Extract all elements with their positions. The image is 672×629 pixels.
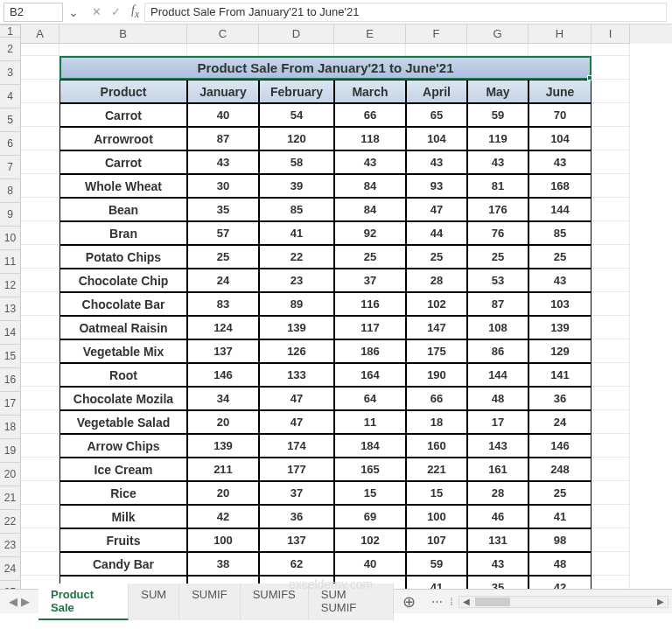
cell-empty[interactable] bbox=[21, 103, 60, 127]
data-cell[interactable]: 40 bbox=[334, 552, 406, 576]
row-header-19[interactable]: 19 bbox=[0, 439, 21, 463]
cell-empty[interactable] bbox=[21, 528, 60, 552]
data-cell[interactable]: 30 bbox=[187, 174, 259, 198]
data-cell[interactable]: 25 bbox=[528, 245, 592, 269]
data-cell[interactable]: Vegetable Mix bbox=[60, 339, 187, 363]
data-cell[interactable]: Potato Chips bbox=[60, 245, 187, 269]
data-cell[interactable]: 43 bbox=[187, 150, 259, 174]
data-cell[interactable]: Ice Cream bbox=[60, 458, 187, 481]
row-header-15[interactable]: 15 bbox=[0, 345, 21, 368]
formula-bar[interactable]: Product Sale From January'21 to June'21 bbox=[144, 3, 667, 22]
data-cell[interactable]: 25 bbox=[528, 481, 592, 505]
data-cell[interactable]: 38 bbox=[187, 552, 259, 576]
sheet-tab-product-sale[interactable]: Product Sale bbox=[38, 584, 129, 620]
row-header-10[interactable]: 10 bbox=[0, 227, 21, 250]
data-cell[interactable]: 87 bbox=[467, 292, 528, 316]
header-may[interactable]: May bbox=[467, 80, 528, 103]
data-cell[interactable]: 25 bbox=[334, 245, 406, 269]
cell-empty[interactable] bbox=[592, 576, 630, 589]
cell-empty[interactable] bbox=[592, 387, 630, 410]
data-cell[interactable]: 92 bbox=[334, 221, 406, 245]
cell-empty[interactable] bbox=[467, 44, 528, 56]
data-cell[interactable]: 43 bbox=[467, 150, 528, 174]
data-cell[interactable]: 119 bbox=[467, 127, 528, 150]
cell-empty[interactable] bbox=[21, 458, 60, 481]
cell-empty[interactable] bbox=[592, 56, 630, 80]
data-cell[interactable]: 104 bbox=[528, 127, 592, 150]
data-cell[interactable]: 47 bbox=[259, 410, 334, 434]
cell-empty[interactable] bbox=[592, 221, 630, 245]
cancel-formula-icon[interactable]: ✕ bbox=[89, 5, 103, 18]
row-header-4[interactable]: 4 bbox=[0, 85, 21, 108]
data-cell[interactable]: 42 bbox=[528, 576, 592, 589]
cell-empty[interactable] bbox=[21, 363, 60, 387]
cell-empty[interactable] bbox=[21, 292, 60, 316]
data-cell[interactable]: 85 bbox=[259, 198, 334, 221]
header-january[interactable]: January bbox=[187, 80, 259, 103]
row-header-17[interactable]: 17 bbox=[0, 392, 21, 416]
data-cell[interactable]: 85 bbox=[528, 221, 592, 245]
data-cell[interactable]: 22 bbox=[259, 245, 334, 269]
row-header-12[interactable]: 12 bbox=[0, 274, 21, 297]
data-cell[interactable]: Milk bbox=[60, 505, 187, 528]
sheet-tab-sum[interactable]: SUM bbox=[129, 584, 179, 620]
header-march[interactable]: March bbox=[334, 80, 406, 103]
data-cell[interactable]: 41 bbox=[259, 221, 334, 245]
row-header-6[interactable]: 6 bbox=[0, 132, 21, 156]
tab-nav-prev-icon[interactable]: ◀ bbox=[9, 595, 18, 608]
column-header-A[interactable]: A bbox=[21, 24, 60, 44]
data-cell[interactable]: 161 bbox=[467, 458, 528, 481]
row-header-22[interactable]: 22 bbox=[0, 510, 21, 534]
data-cell[interactable]: 59 bbox=[467, 103, 528, 127]
table-title[interactable]: Product Sale From January'21 to June'21 bbox=[60, 56, 592, 80]
data-cell[interactable]: 144 bbox=[467, 363, 528, 387]
cell-empty[interactable] bbox=[21, 56, 60, 80]
data-cell[interactable]: 165 bbox=[334, 458, 406, 481]
data-cell[interactable]: 15 bbox=[334, 481, 406, 505]
data-cell[interactable]: 81 bbox=[467, 174, 528, 198]
data-cell[interactable]: 190 bbox=[406, 363, 467, 387]
data-cell[interactable]: Carrot bbox=[60, 150, 187, 174]
cell-empty[interactable] bbox=[21, 505, 60, 528]
cell-empty[interactable] bbox=[592, 198, 630, 221]
cell-empty[interactable] bbox=[21, 80, 60, 103]
row-header-18[interactable]: 18 bbox=[0, 416, 21, 439]
row-header-21[interactable]: 21 bbox=[0, 486, 21, 510]
data-cell[interactable]: 43 bbox=[406, 150, 467, 174]
data-cell[interactable]: 24 bbox=[187, 269, 259, 292]
data-cell[interactable]: 86 bbox=[467, 339, 528, 363]
data-cell[interactable]: 36 bbox=[259, 505, 334, 528]
cell-empty[interactable] bbox=[21, 174, 60, 198]
data-cell[interactable]: 175 bbox=[406, 339, 467, 363]
cell-empty[interactable] bbox=[592, 458, 630, 481]
cell-empty[interactable] bbox=[528, 44, 592, 56]
header-product[interactable]: Product bbox=[60, 80, 187, 103]
cell-empty[interactable] bbox=[592, 103, 630, 127]
data-cell[interactable]: 117 bbox=[334, 316, 406, 339]
cell-empty[interactable] bbox=[592, 245, 630, 269]
data-cell[interactable]: Bean bbox=[60, 198, 187, 221]
header-april[interactable]: April bbox=[406, 80, 467, 103]
cell-empty[interactable] bbox=[592, 552, 630, 576]
data-cell[interactable]: 131 bbox=[467, 528, 528, 552]
tab-more-icon[interactable]: ⋯ bbox=[424, 595, 450, 608]
data-cell[interactable]: 15 bbox=[406, 481, 467, 505]
data-cell[interactable]: 83 bbox=[187, 292, 259, 316]
data-cell[interactable]: 28 bbox=[467, 481, 528, 505]
data-cell[interactable]: 41 bbox=[406, 576, 467, 589]
column-header-B[interactable]: B bbox=[60, 24, 187, 44]
data-cell[interactable]: 168 bbox=[528, 174, 592, 198]
data-cell[interactable]: 177 bbox=[259, 458, 334, 481]
data-cell[interactable]: 28 bbox=[406, 269, 467, 292]
data-cell[interactable]: 59 bbox=[406, 552, 467, 576]
data-cell[interactable]: 120 bbox=[259, 127, 334, 150]
row-header-14[interactable]: 14 bbox=[0, 321, 21, 345]
data-cell[interactable]: 146 bbox=[528, 434, 592, 458]
cell-empty[interactable] bbox=[60, 44, 187, 56]
data-cell[interactable]: 41 bbox=[528, 505, 592, 528]
data-cell[interactable]: 164 bbox=[334, 363, 406, 387]
cell-empty[interactable] bbox=[334, 44, 406, 56]
data-cell[interactable]: 18 bbox=[406, 410, 467, 434]
data-cell[interactable]: 24 bbox=[528, 410, 592, 434]
data-cell[interactable]: 43 bbox=[467, 552, 528, 576]
